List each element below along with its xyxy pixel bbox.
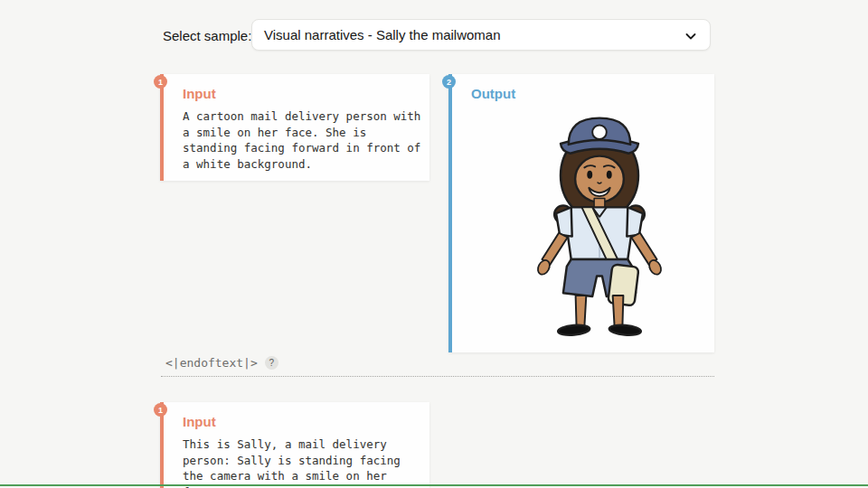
step-badge: 2 (442, 75, 456, 89)
input-card-2: 1 Input This is Sally, a mail delivery p… (160, 402, 429, 488)
mailwoman-cartoon-image (471, 103, 728, 339)
output-label: Output (471, 86, 707, 101)
dotted-separator (161, 376, 714, 377)
step-badge: 1 (154, 75, 167, 89)
output-card: 2 Output (448, 74, 714, 352)
endoftext-row: <|endoftext|> ? (165, 356, 278, 370)
input-card-1: 1 Input A cartoon mail delivery person w… (160, 74, 429, 181)
sample-select-value: Visual narratives - Sally the mailwoman (264, 27, 501, 42)
help-icon[interactable]: ? (265, 356, 278, 370)
step-badge: 1 (154, 403, 167, 417)
progress-bar (0, 484, 868, 486)
select-sample-label: Select sample: (163, 28, 251, 43)
input-label: Input (183, 86, 422, 101)
chevron-down-icon (684, 29, 698, 43)
sample-select-dropdown[interactable]: Visual narratives - Sally the mailwoman (251, 19, 711, 51)
endoftext-token: <|endoftext|> (165, 356, 258, 370)
input-label: Input (183, 414, 422, 429)
input-prompt-text: A cartoon mail delivery person with a sm… (183, 108, 423, 172)
input-prompt-text: This is Sally, a mail delivery person: S… (183, 436, 423, 488)
